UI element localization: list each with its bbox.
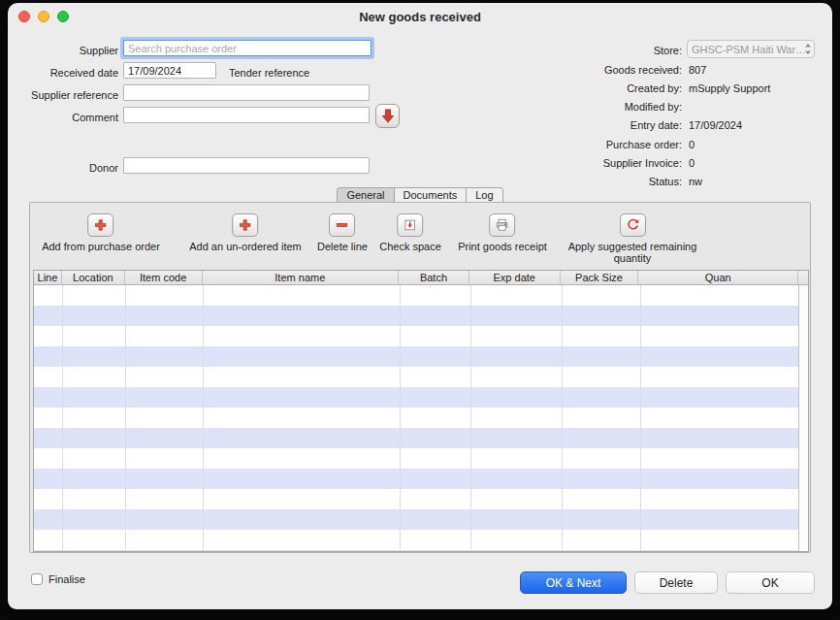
supplier-invoice-value: 0 — [689, 157, 695, 169]
tab-documents[interactable]: Documents — [394, 187, 468, 203]
minus-icon — [329, 213, 355, 237]
add-icon — [232, 213, 258, 237]
apply-suggested-quantity-button[interactable]: Apply suggested remaining quantity — [560, 213, 705, 264]
column-header-item-name[interactable]: Item name — [203, 271, 399, 285]
purchase-order-value: 0 — [689, 139, 695, 150]
purchase-order-label: Purchase order: — [606, 139, 682, 150]
goods-received-window: New goods received Supplier Received dat… — [8, 3, 832, 609]
goods-received-lines-table: Line Location Item code Item name Batch … — [33, 270, 809, 552]
title-bar[interactable]: New goods received — [8, 3, 832, 30]
info-row: Purchase order: 0 — [8, 139, 832, 152]
column-header-quan[interactable]: Quan — [638, 271, 798, 285]
goods-received-label: Goods received: — [604, 64, 682, 76]
printer-icon — [490, 213, 516, 237]
finalise-label: Finalise — [48, 573, 85, 585]
add-icon — [87, 213, 113, 237]
column-header-exp-date[interactable]: Exp date — [469, 271, 561, 285]
check-space-icon — [398, 213, 424, 237]
ok-button[interactable]: OK — [726, 571, 815, 594]
ok-and-next-button[interactable]: OK & Next — [520, 571, 627, 594]
print-goods-receipt-button[interactable]: Print goods receipt — [458, 213, 547, 252]
column-header-batch[interactable]: Batch — [399, 271, 469, 285]
window-title: New goods received — [8, 10, 832, 24]
info-row: Created by: mSupply Support — [8, 82, 832, 96]
tab-log[interactable]: Log — [466, 187, 502, 203]
info-row: Entry date: 17/09/2024 — [8, 119, 832, 133]
finalise-checkbox[interactable] — [31, 573, 43, 585]
general-tab-panel: Add from purchase order Add an un-ordere… — [29, 202, 811, 553]
delete-button[interactable]: Delete — [634, 571, 718, 594]
entry-date-value: 17/09/2024 — [689, 119, 742, 131]
goods-received-value: 807 — [689, 64, 706, 76]
check-space-button[interactable]: Check space — [379, 213, 441, 252]
popup-stepper-icon — [804, 43, 812, 57]
store-label: Store: — [654, 45, 682, 56]
entry-date-label: Entry date: — [630, 119, 682, 131]
created-by-label: Created by: — [627, 82, 682, 94]
status-label: Status: — [649, 176, 682, 187]
table-scrollbar[interactable] — [798, 285, 808, 551]
add-unordered-item-button[interactable]: Add an un-ordered item — [189, 213, 302, 252]
created-by-value: mSupply Support — [689, 82, 770, 94]
store-select[interactable]: GHSC-PSM Haiti War… — [687, 40, 815, 58]
screenshot-stage: New goods received Supplier Received dat… — [0, 0, 840, 620]
column-header-location[interactable]: Location — [62, 271, 125, 285]
column-header-filler — [798, 271, 808, 285]
delete-line-button[interactable]: Delete line — [317, 213, 368, 252]
status-value: nw — [689, 176, 702, 187]
column-header-item-code[interactable]: Item code — [125, 271, 203, 285]
tab-general[interactable]: General — [337, 187, 394, 203]
supplier-invoice-label: Supplier Invoice: — [603, 157, 682, 169]
modified-by-label: Modified by: — [625, 101, 682, 113]
column-header-pack-size[interactable]: Pack Size — [561, 271, 639, 285]
table-header-row: Line Location Item code Item name Batch … — [34, 271, 808, 285]
apply-quantity-icon — [620, 213, 646, 237]
info-row: Goods received: 807 — [8, 64, 832, 78]
store-value: GHSC-PSM Haiti War… — [692, 44, 806, 55]
tab-bar: General Documents Log — [8, 187, 832, 203]
info-row: Supplier Invoice: 0 — [8, 157, 832, 171]
table-body-empty-rows[interactable] — [34, 285, 808, 551]
info-row: Modified by: — [8, 101, 832, 114]
column-header-line[interactable]: Line — [34, 271, 62, 285]
add-from-purchase-order-button[interactable]: Add from purchase order — [42, 213, 160, 252]
